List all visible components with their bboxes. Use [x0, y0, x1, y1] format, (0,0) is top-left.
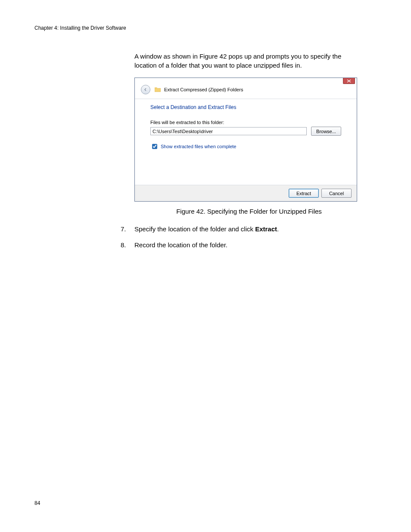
extract-button[interactable]: Extract — [289, 189, 319, 198]
close-icon — [347, 79, 351, 83]
intro-paragraph: A window as shown in Figure 42 pops up a… — [134, 52, 364, 70]
step-text: Record the location of the folder. — [134, 240, 364, 249]
destination-path-input[interactable] — [150, 127, 307, 135]
folder-icon — [155, 87, 161, 92]
dialog-titlebar — [135, 78, 357, 84]
extract-dialog: Extract Compressed (Zipped) Folders Sele… — [134, 78, 357, 202]
step-number: 8. — [121, 240, 134, 249]
path-label: Files will be extracted to this folder: — [150, 120, 341, 125]
show-files-checkbox-label: Show extracted files when complete — [161, 144, 236, 149]
figure-caption: Figure 42. Specifying the Folder for Unz… — [134, 208, 364, 215]
chapter-header: Chapter 4: Installing the Driver Softwar… — [34, 25, 377, 31]
dialog-title: Extract Compressed (Zipped) Folders — [164, 87, 243, 92]
close-button[interactable] — [343, 78, 355, 84]
browse-button[interactable]: Browse... — [311, 127, 341, 136]
cancel-button[interactable]: Cancel — [321, 189, 352, 198]
step-text: Specify the location of the folder and c… — [134, 224, 364, 233]
page-number: 84 — [34, 500, 40, 506]
back-button[interactable] — [141, 85, 150, 94]
show-files-checkbox-row[interactable]: Show extracted files when complete — [150, 143, 341, 150]
step-number: 7. — [121, 224, 134, 233]
show-files-checkbox[interactable] — [152, 144, 157, 149]
step-8: 8. Record the location of the folder. — [121, 240, 364, 249]
dialog-instruction: Select a Destination and Extract Files — [150, 104, 341, 110]
step-7: 7. Specify the location of the folder an… — [121, 224, 364, 233]
arrow-left-icon — [143, 87, 148, 92]
